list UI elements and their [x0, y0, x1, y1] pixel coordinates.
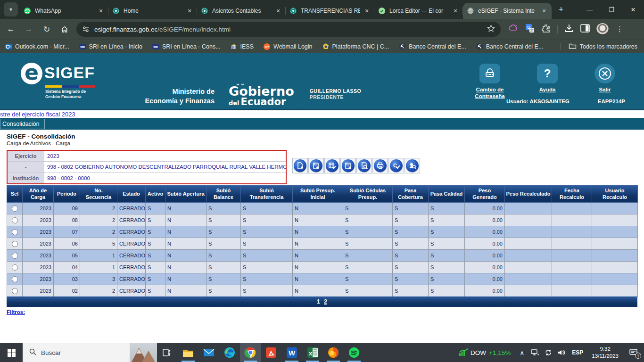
tab-close-icon[interactable]: ✕	[363, 7, 371, 15]
clock[interactable]: 9:32 13/11/2023	[587, 346, 623, 360]
browser-menu-icon[interactable]: ⋮	[616, 25, 624, 33]
browser-tab[interactable]: WhatsApp✕	[20, 3, 108, 19]
extensions-area: G文 ⋮	[508, 23, 630, 35]
browser-tab[interactable]: Asientos Contables✕	[197, 3, 286, 19]
tab-close-icon[interactable]: ✕	[452, 7, 459, 15]
downloads-icon[interactable]	[564, 24, 574, 35]
table-cell: N	[293, 203, 343, 214]
reload-button[interactable]: ↻	[40, 22, 54, 36]
url-bar[interactable]: esigef.finanzas.gob.ec/eSIGEF/menu/index…	[76, 22, 501, 37]
tab-close-icon[interactable]: ✕	[540, 7, 548, 15]
bookmark-item[interactable]: IESS	[225, 43, 259, 50]
volume-icon[interactable]	[555, 343, 568, 362]
menu-tab-consolidacion[interactable]: Consolidación	[0, 119, 45, 129]
browser-tab[interactable]: eSIGEF - Sistema Inte✕	[463, 3, 552, 19]
header-action-ayuda[interactable]: ?Ayuda	[527, 64, 568, 100]
tab-close-icon[interactable]: ✕	[97, 7, 105, 15]
taskbar-app-firefox[interactable]	[323, 343, 344, 362]
tray-expand-chevron[interactable]: ∧	[515, 343, 528, 362]
bookmark-item[interactable]: SRISRI en Línea - Cons...	[147, 43, 225, 50]
minimize-button[interactable]: —	[579, 0, 601, 19]
forward-button[interactable]: →	[22, 22, 36, 36]
toolbar-button-print[interactable]	[372, 158, 388, 173]
language-indicator[interactable]: ESP	[568, 349, 587, 356]
start-button[interactable]	[0, 343, 23, 362]
taskbar-search[interactable]: Buscar	[23, 343, 157, 362]
browser-tab[interactable]: Lorca Editor — El cor✕	[374, 3, 463, 19]
delete-record-icon	[342, 159, 355, 172]
select-cell	[7, 214, 23, 226]
header-action-salir[interactable]: Salir	[585, 64, 625, 100]
form-value[interactable]: 998 - 0802 - 0000	[44, 173, 286, 183]
tab-close-icon[interactable]: ✕	[274, 7, 282, 15]
stock-change: +1,15%	[489, 349, 511, 356]
row-radio-button[interactable]	[12, 241, 18, 247]
side-panel-icon[interactable]	[580, 24, 590, 34]
toolbar-button-validate-grid[interactable]	[324, 158, 340, 173]
bookmark-item[interactable]: Banco Central del E...	[471, 43, 548, 50]
all-bookmarks-button[interactable]: Todos los marcadores	[560, 42, 644, 51]
filters-link[interactable]: Filtros:	[7, 309, 25, 315]
browser-tab[interactable]: Home✕	[108, 3, 197, 19]
table-cell: S	[393, 273, 429, 285]
close-button[interactable]: ✕	[622, 0, 644, 19]
toolbar-button-preview-document[interactable]	[356, 158, 372, 173]
row-radio-button[interactable]	[12, 217, 18, 223]
bookmark-favicon-cpanel-icon: cP	[263, 43, 271, 50]
table-cell: N	[293, 273, 343, 285]
table-cell: S	[206, 250, 241, 262]
notification-center-button[interactable]: 1	[623, 343, 644, 362]
bookmark-item[interactable]: Banco Central del E...	[394, 43, 471, 50]
header-action-cambio-contrasena[interactable]: Cambio deContraseña	[470, 64, 510, 100]
profile-avatar[interactable]	[596, 23, 609, 35]
taskbar-app-edge[interactable]	[219, 343, 240, 362]
new-tab-button[interactable]: +	[554, 3, 568, 16]
network-icon[interactable]	[528, 343, 542, 362]
pagination-current-page: 1	[317, 298, 320, 305]
toolbar-button-user-search[interactable]	[405, 158, 420, 173]
restore-button[interactable]: ❐	[601, 0, 622, 19]
row-radio-button[interactable]	[12, 206, 18, 212]
rotation-lock-icon[interactable]	[542, 343, 555, 362]
bookmark-item[interactable]: Outlook.com - Micr...	[0, 43, 74, 50]
home-button[interactable]	[58, 22, 72, 36]
row-radio-button[interactable]	[12, 264, 18, 271]
bookmark-star-icon[interactable]	[487, 25, 495, 34]
site-info-icon[interactable]	[82, 25, 90, 33]
bookmark-item[interactable]: Plataforma CNC | C...	[317, 43, 394, 50]
row-radio-button[interactable]	[12, 253, 18, 259]
taskbar-app-word[interactable]: W	[281, 343, 302, 362]
pagination-page-link[interactable]: 2	[324, 298, 327, 305]
bookmark-item[interactable]: SRISRI en Línea - Inicio	[74, 43, 147, 50]
tab-close-icon[interactable]: ✕	[186, 7, 193, 15]
bookmark-favicon-outlook-icon	[5, 43, 12, 50]
row-radio-button[interactable]	[12, 276, 18, 282]
translate-extension-icon[interactable]: G文	[525, 24, 535, 35]
toolbar-button-new-record[interactable]	[292, 158, 308, 173]
extensions-puzzle-icon[interactable]	[541, 24, 551, 35]
table-cell	[505, 250, 552, 262]
form-value[interactable]: 2023	[44, 151, 286, 161]
toolbar-button-quality-check[interactable]: C	[388, 158, 404, 173]
tab-search-button[interactable]: ▾	[4, 2, 18, 16]
cloud-extension-icon[interactable]	[508, 24, 519, 35]
taskbar-app-spotify[interactable]	[344, 343, 364, 362]
form-value[interactable]: 998 - 0802 GOBIERNO AUTONOMO DESCENTRALI…	[44, 162, 286, 172]
back-button[interactable]: ←	[4, 22, 18, 36]
chevron-down-icon: ▾	[9, 6, 12, 13]
browser-tab[interactable]: TRANSFERENCIAS RE✕	[286, 3, 374, 19]
taskbar-app-mail[interactable]	[198, 343, 219, 362]
taskbar-app-file-explorer[interactable]	[178, 343, 198, 362]
toolbar-button-delete-record[interactable]	[340, 158, 356, 173]
column-header: Periodo	[54, 186, 80, 203]
bookmark-item[interactable]: cPWebmail Login	[258, 43, 317, 50]
toolbar-button-save-upload[interactable]	[308, 158, 324, 173]
table-cell: S	[241, 226, 293, 238]
row-radio-button[interactable]	[12, 288, 18, 294]
taskbar-app-chrome[interactable]	[240, 343, 261, 362]
taskbar-app-pdf-app[interactable]	[261, 343, 281, 362]
taskbar-app-excel[interactable]: x	[302, 343, 323, 362]
stock-widget[interactable]: DOW +1,15%	[454, 348, 515, 357]
task-view-button[interactable]	[157, 343, 178, 362]
row-radio-button[interactable]	[12, 229, 18, 235]
